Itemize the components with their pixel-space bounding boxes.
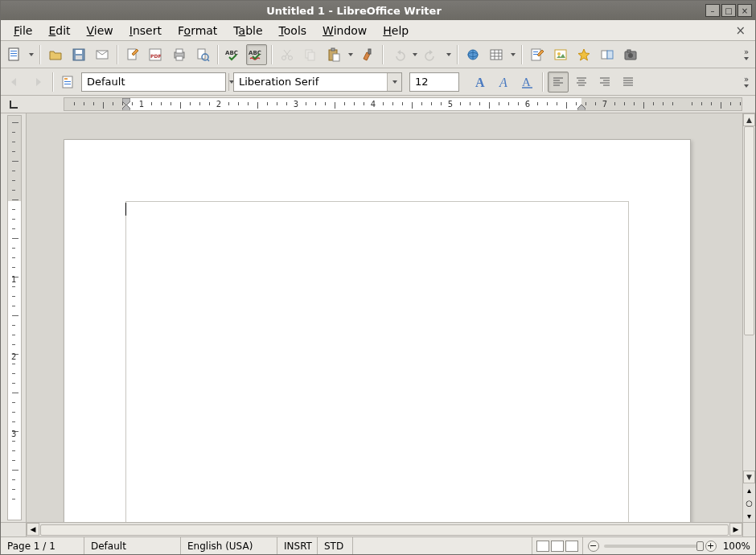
paste-button[interactable] bbox=[323, 44, 344, 65]
scroll-down-button[interactable]: ▼ bbox=[743, 471, 755, 483]
gallery-button[interactable] bbox=[550, 44, 571, 65]
camera-button[interactable] bbox=[620, 44, 641, 65]
pdf-export-button[interactable]: PDF bbox=[146, 44, 166, 65]
menu-edit[interactable]: Edit bbox=[40, 22, 78, 39]
apply-style-button[interactable] bbox=[58, 72, 79, 92]
menu-help[interactable]: Help bbox=[375, 22, 417, 39]
toolbar-overflow[interactable]: » bbox=[741, 43, 752, 67]
svg-point-20 bbox=[289, 56, 293, 60]
horizontal-scrollbar[interactable]: ◀ ▶ bbox=[1, 522, 755, 536]
undo-dropdown[interactable] bbox=[411, 44, 419, 65]
font-size-combo[interactable] bbox=[409, 72, 459, 92]
prev-page-nav[interactable]: ▴ bbox=[743, 483, 755, 496]
auto-spellcheck-icon: ABC bbox=[248, 47, 265, 62]
maximize-button[interactable]: □ bbox=[721, 4, 736, 17]
styles-button[interactable] bbox=[527, 44, 548, 65]
nav-forward-button[interactable] bbox=[27, 72, 48, 92]
new-doc-icon bbox=[7, 47, 22, 62]
auto-spellcheck-button[interactable]: ABC bbox=[246, 44, 267, 65]
zoom-level[interactable]: 100% bbox=[723, 541, 750, 552]
horizontal-ruler[interactable]: 1234567 bbox=[64, 97, 742, 111]
font-name-dropdown[interactable] bbox=[387, 73, 401, 91]
menu-tools[interactable]: Tools bbox=[271, 22, 315, 39]
close-button[interactable]: × bbox=[738, 4, 752, 17]
align-justify-button[interactable] bbox=[618, 72, 639, 92]
paragraph-style-input[interactable] bbox=[82, 73, 228, 91]
spellcheck-button[interactable]: ABC bbox=[223, 44, 244, 65]
vertical-ruler-column: 123 bbox=[1, 113, 27, 522]
print-preview-button[interactable] bbox=[192, 44, 213, 65]
cut-button[interactable] bbox=[277, 44, 298, 65]
format-paintbrush-button[interactable] bbox=[357, 44, 378, 65]
copy-button[interactable] bbox=[300, 44, 321, 65]
view-single-page[interactable] bbox=[536, 541, 549, 552]
tab-type-button[interactable] bbox=[1, 96, 27, 113]
zoom-out-button[interactable]: − bbox=[588, 541, 599, 552]
hyperlink-button[interactable] bbox=[462, 44, 483, 65]
work-area: 123 ▲ ▼ ▴ ○ ▾ bbox=[1, 113, 755, 522]
paste-dropdown[interactable] bbox=[347, 44, 355, 65]
svg-text:A: A bbox=[475, 76, 485, 89]
compare-button[interactable] bbox=[597, 44, 618, 65]
table-dropdown[interactable] bbox=[509, 44, 517, 65]
bold-button[interactable]: A bbox=[470, 72, 491, 92]
extras-button[interactable] bbox=[573, 44, 594, 65]
vertical-scrollbar[interactable]: ▲ ▼ ▴ ○ ▾ bbox=[742, 113, 755, 522]
new-doc-dropdown[interactable] bbox=[27, 44, 35, 65]
redo-dropdown[interactable] bbox=[445, 44, 453, 65]
status-page[interactable]: Page 1 / 1 bbox=[1, 537, 84, 554]
minimize-button[interactable]: – bbox=[705, 4, 720, 17]
align-center-button[interactable] bbox=[571, 72, 592, 92]
close-document-button[interactable]: × bbox=[730, 21, 750, 40]
document-viewport[interactable] bbox=[27, 113, 742, 522]
zoom-controls: − + 100% bbox=[583, 537, 755, 554]
vscroll-thumb[interactable] bbox=[744, 126, 754, 335]
status-language[interactable]: English (USA) bbox=[181, 537, 277, 554]
paragraph-style-combo[interactable] bbox=[81, 72, 226, 92]
hscroll-thumb[interactable] bbox=[40, 524, 729, 536]
font-name-input[interactable] bbox=[234, 73, 387, 91]
new-doc-button[interactable] bbox=[4, 44, 25, 65]
view-multi-page[interactable] bbox=[551, 541, 564, 552]
font-name-combo[interactable] bbox=[233, 72, 402, 92]
hscroll-track[interactable] bbox=[39, 523, 729, 536]
navigator-button[interactable]: ○ bbox=[743, 496, 755, 509]
nav-back-button[interactable] bbox=[4, 72, 25, 92]
status-selection-mode[interactable]: STD bbox=[318, 537, 353, 554]
svg-text:PDF: PDF bbox=[150, 53, 161, 59]
open-button[interactable] bbox=[45, 44, 66, 65]
zoom-slider[interactable] bbox=[604, 545, 701, 548]
save-icon bbox=[72, 47, 86, 62]
redo-button[interactable] bbox=[421, 44, 442, 65]
underline-button[interactable]: A bbox=[517, 72, 538, 92]
align-left-button[interactable] bbox=[548, 72, 569, 92]
align-right-button[interactable] bbox=[594, 72, 615, 92]
vscroll-track[interactable] bbox=[743, 126, 755, 471]
menu-window[interactable]: Window bbox=[314, 22, 375, 39]
edit-file-button[interactable] bbox=[122, 44, 143, 65]
table-button[interactable] bbox=[486, 44, 507, 65]
vertical-ruler[interactable]: 123 bbox=[7, 115, 22, 520]
zoom-thumb[interactable] bbox=[696, 541, 704, 551]
status-insert-mode[interactable]: INSRT bbox=[277, 537, 318, 554]
undo-button[interactable] bbox=[388, 44, 409, 65]
scroll-left-button[interactable]: ◀ bbox=[27, 523, 39, 536]
menu-view[interactable]: View bbox=[79, 22, 121, 39]
page[interactable] bbox=[64, 139, 691, 522]
save-button[interactable] bbox=[68, 44, 89, 65]
next-page-nav[interactable]: ▾ bbox=[743, 509, 755, 522]
view-book[interactable] bbox=[565, 541, 578, 552]
scroll-right-button[interactable]: ▶ bbox=[729, 523, 742, 536]
menu-format[interactable]: Format bbox=[170, 22, 225, 39]
ruler-row: 1234567 bbox=[1, 96, 755, 113]
menu-table[interactable]: Table bbox=[225, 22, 270, 39]
status-style[interactable]: Default bbox=[84, 537, 181, 554]
scroll-up-button[interactable]: ▲ bbox=[743, 113, 755, 126]
menu-file[interactable]: File bbox=[6, 22, 40, 39]
format-toolbar-overflow[interactable]: » bbox=[741, 70, 752, 94]
zoom-in-button[interactable]: + bbox=[705, 541, 717, 552]
print-button[interactable] bbox=[169, 44, 190, 65]
menu-insert[interactable]: Insert bbox=[121, 22, 170, 39]
email-button[interactable] bbox=[92, 44, 113, 65]
italic-button[interactable]: A bbox=[494, 72, 515, 92]
